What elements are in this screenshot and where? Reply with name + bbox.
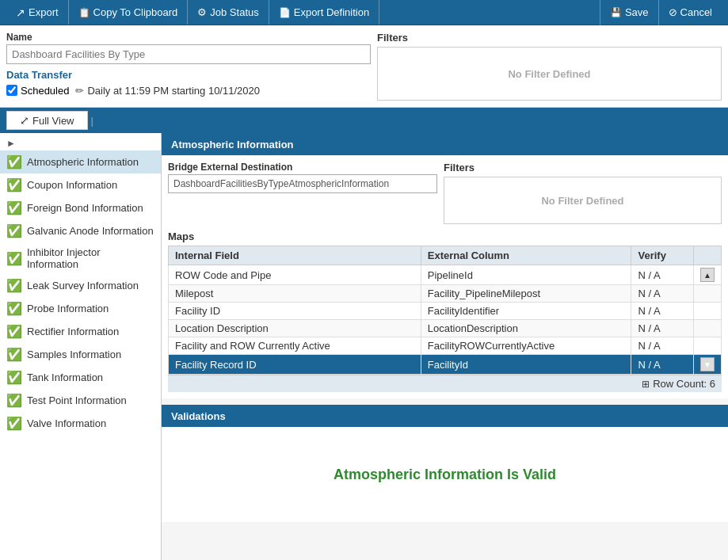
export-button[interactable]: Export [6, 0, 69, 25]
table-row[interactable]: Milepost Facility_PipelineMilepost N / A [169, 285, 722, 303]
cell-verify-0: N / A [631, 265, 694, 285]
sidebar-item-6[interactable]: ✅ Probe Information [0, 297, 161, 320]
scheduled-checkbox-item: Scheduled [6, 85, 69, 97]
table-header-row: Internal Field External Column Verify [169, 246, 722, 265]
filters-label: Filters [377, 32, 722, 44]
sidebar-item-label-6: Probe Information [27, 303, 109, 314]
form-right: Filters No Filter Defined [377, 32, 722, 101]
sidebar-item-label-10: Test Point Information [27, 394, 127, 406]
cancel-icon [669, 6, 677, 18]
sidebar-item-label-2: Foreign Bond Information [27, 202, 143, 214]
row-count-bar: Row Count: 6 [168, 375, 722, 392]
cell-scroll-1 [694, 285, 722, 303]
maps-table: Internal Field External Column Verify RO… [168, 246, 722, 375]
export-label: Export [29, 6, 59, 18]
export-def-button[interactable]: Export Definition [269, 0, 379, 25]
sidebar-item-8[interactable]: ✅ Samples Information [0, 343, 161, 366]
bridge-dest-label: Bridge External Destination [168, 162, 437, 173]
cell-external-4: FacilityROWCurrentlyActive [421, 337, 631, 355]
sidebar-item-5[interactable]: ✅ Leak Survey Information [0, 274, 161, 297]
sidebar-item-0[interactable]: ✅ Atmospheric Information [0, 150, 161, 173]
atm-filters-label: Filters [444, 162, 722, 173]
cell-external-2: FacilityIdentifier [421, 303, 631, 320]
sidebar-item-1[interactable]: ✅ Coupon Information [0, 173, 161, 196]
daily-info: Daily at 11:59 PM starting 10/11/2020 [75, 84, 260, 97]
validations-label: Validations [171, 410, 226, 422]
form-left: Name Data Transfer Scheduled Daily at 11… [6, 32, 371, 101]
row-count-text: Row Count: 6 [653, 378, 715, 390]
check-icon-6: ✅ [6, 301, 22, 316]
scroll-down-btn[interactable]: ▼ [700, 357, 715, 371]
cell-internal-2: Facility ID [169, 303, 421, 320]
pencil-icon[interactable] [75, 84, 84, 97]
validations-body: Atmospheric Information Is Valid [162, 427, 728, 522]
table-row[interactable]: ROW Code and Pipe PipelineId N / A ▲ [169, 265, 722, 285]
job-status-button[interactable]: Job Status [188, 0, 269, 25]
atm-body: Bridge External Destination Filters No F… [162, 155, 728, 398]
check-icon-1: ✅ [6, 177, 22, 192]
table-row[interactable]: Facility Record ID FacilityId N / A ▼ [169, 355, 722, 375]
full-view-label: Full View [32, 115, 74, 127]
cell-verify-3: N / A [631, 320, 694, 337]
sidebar-item-label-8: Samples Information [27, 349, 121, 360]
no-filter-box: No Filter Defined [377, 47, 722, 101]
cancel-button[interactable]: Cancel [658, 0, 722, 25]
scroll-up-btn[interactable]: ▲ [700, 268, 715, 282]
sidebar-item-label-3: Galvanic Anode Information [27, 225, 154, 237]
full-view-tab[interactable]: Full View [6, 111, 88, 130]
atm-no-filter-text: No Filter Defined [541, 195, 623, 207]
cell-external-3: LocationDescription [421, 320, 631, 337]
sidebar-item-9[interactable]: ✅ Tank Information [0, 366, 161, 389]
sidebar-item-4[interactable]: ✅ Inhibitor Injector Information [0, 242, 161, 274]
atm-section-title: Atmospheric Information [171, 139, 294, 150]
valid-message: Atmospheric Information Is Valid [334, 467, 556, 483]
sidebar-item-label-9: Tank Information [27, 371, 103, 383]
sidebar-item-3[interactable]: ✅ Galvanic Anode Information [0, 219, 161, 242]
cell-scroll-5: ▼ [694, 355, 722, 375]
cancel-label: Cancel [680, 6, 712, 18]
data-transfer-header: Data Transfer [6, 69, 371, 81]
validations-header: Validations [162, 405, 728, 427]
export-icon [16, 6, 25, 19]
split-area: ► ✅ Atmospheric Information✅ Coupon Info… [0, 133, 728, 560]
cell-internal-3: Location Description [169, 320, 421, 337]
atm-no-filter: No Filter Defined [444, 177, 722, 224]
cell-scroll-4 [694, 337, 722, 355]
check-icon-9: ✅ [6, 370, 22, 385]
maps-label: Maps [168, 230, 722, 242]
check-icon-2: ✅ [6, 200, 22, 215]
sidebar-item-11[interactable]: ✅ Valve Information [0, 412, 161, 435]
sidebar-arrow[interactable]: ► [0, 136, 161, 150]
export-def-icon [279, 6, 291, 18]
main-content: Name Data Transfer Scheduled Daily at 11… [0, 25, 728, 560]
clipboard-button[interactable]: Copy To Clipboard [69, 0, 189, 25]
sidebar-item-10[interactable]: ✅ Test Point Information [0, 389, 161, 412]
scheduled-label: Scheduled [21, 85, 69, 97]
table-row[interactable]: Facility ID FacilityIdentifier N / A [169, 303, 722, 320]
table-row[interactable]: Location Description LocationDescription… [169, 320, 722, 337]
check-icon-7: ✅ [6, 324, 22, 339]
name-input[interactable] [6, 44, 371, 64]
bridge-dest-input[interactable] [168, 174, 437, 193]
save-icon [610, 6, 622, 18]
job-status-label: Job Status [210, 6, 258, 18]
name-label: Name [6, 32, 371, 43]
clipboard-icon [78, 6, 90, 18]
tab-separator: | [88, 115, 97, 127]
col-verify: Verify [631, 246, 694, 265]
sidebar-item-label-1: Coupon Information [27, 179, 117, 191]
scheduled-checkbox[interactable] [6, 85, 17, 96]
sidebar-item-2[interactable]: ✅ Foreign Bond Information [0, 196, 161, 219]
check-icon-5: ✅ [6, 278, 22, 293]
cell-verify-2: N / A [631, 303, 694, 320]
bridge-row: Bridge External Destination Filters No F… [168, 162, 722, 224]
sidebar: ► ✅ Atmospheric Information✅ Coupon Info… [0, 133, 162, 560]
table-row[interactable]: Facility and ROW Currently Active Facili… [169, 337, 722, 355]
cell-internal-0: ROW Code and Pipe [169, 265, 421, 285]
tab-bar: Full View | [0, 108, 728, 133]
check-icon-0: ✅ [6, 154, 22, 170]
toolbar: Export Copy To Clipboard Job Status Expo… [0, 0, 728, 25]
check-icon-10: ✅ [6, 393, 22, 408]
save-button[interactable]: Save [600, 0, 658, 25]
sidebar-item-7[interactable]: ✅ Rectifier Information [0, 320, 161, 343]
